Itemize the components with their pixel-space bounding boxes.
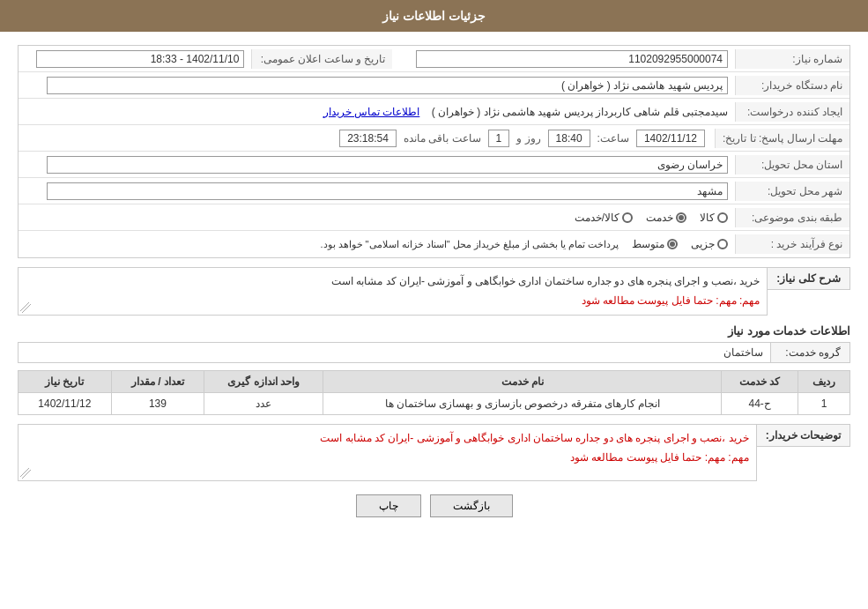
purchase-type-label: نوع فرآیند خرید : [735, 234, 849, 254]
category-option-khedmat[interactable]: خدمت [646, 212, 686, 224]
resize-handle [20, 302, 31, 313]
send-day-label: روز و [516, 132, 540, 145]
purchase-type-radio-group: جزیی متوسط [632, 238, 728, 250]
city-input: مشهد [47, 182, 728, 200]
category-radio-group: کالا خدمت کالا/خدمت [26, 212, 728, 224]
cell-row-1: 1 [798, 393, 850, 415]
radio-kala-dot [717, 212, 728, 223]
province-value: خراسان رضوی [19, 152, 735, 177]
cell-date-1: 1402/11/12 [19, 393, 112, 415]
cell-unit-1: عدد [204, 393, 323, 415]
print-button[interactable]: چاپ [356, 494, 421, 517]
purchase-type-value: جزیی متوسط پرداخت تمام یا بخشی از مبلغ خ… [19, 234, 735, 254]
row-province: استان محل تحویل: خراسان رضوی [19, 152, 849, 178]
need-number-value: 1102092955000074 [392, 47, 735, 71]
radio-khedmat-dot [676, 212, 686, 223]
row-category: طبقه بندی موضوعی: کالا خدمت [19, 204, 849, 231]
buyer-note-line2: مهم: مهم: حتما فایل پیوست مطالعه شود [570, 451, 749, 464]
table-body: 1 ح-44 انجام کارهای متفرقه درخصوص بازساز… [19, 393, 850, 415]
category-option-kala-khedmat[interactable]: کالا/خدمت [575, 212, 633, 224]
row-send-deadline: مهلت ارسال پاسخ: تا تاریخ: 1402/11/12 سا… [19, 125, 849, 152]
cell-name-1: انجام کارهای متفرقه درخصوص بازسازی و بهس… [323, 393, 722, 415]
cell-quantity-1: 139 [111, 393, 204, 415]
col-quantity: تعداد / مقدار [111, 371, 204, 393]
buyer-station-label: نام دستگاه خریدار: [735, 76, 849, 95]
row-creator: ایجاد کننده درخواست: سیدمجتبی قلم شاهی ک… [19, 99, 849, 125]
services-section-header: اطلاعات خدمات مورد نیاز [18, 324, 850, 338]
need-description-section: شرح کلی نیاز: خرید ،نصب و اجرای پنجره ها… [18, 267, 850, 316]
cell-code-1: ح-44 [722, 393, 798, 415]
radio-motavasset-dot [667, 239, 678, 249]
purchase-type-row: جزیی متوسط پرداخت تمام یا بخشی از مبلغ خ… [26, 238, 728, 250]
row-purchase-type: نوع فرآیند خرید : جزیی متوسط [19, 231, 849, 257]
send-deadline-label: مهلت ارسال پاسخ: تا تاریخ: [715, 129, 849, 148]
need-description-box: خرید ،نصب و اجرای پنجره های دو جداره ساخ… [18, 267, 768, 316]
buyer-station-input: پردیس شهید هاشمی نژاد ( خواهران ) [47, 77, 728, 94]
creator-value: سیدمجتبی قلم شاهی کاربرداز پردیس شهید ها… [19, 102, 735, 122]
purchase-option-jozii[interactable]: جزیی [691, 238, 728, 250]
radio-kala-khedmat-dot [622, 212, 633, 223]
page-title: جزئیات اطلاعات نیاز [382, 9, 486, 23]
date-announce-label: تاریخ و ساعت اعلان عمومی: [251, 49, 392, 69]
service-group-row: گروه خدمت: ساختمان [18, 342, 850, 363]
service-group-label: گروه خدمت: [771, 342, 850, 363]
row-city: شهر محل تحویل: مشهد [19, 178, 849, 204]
col-unit: واحد اندازه گیری [204, 371, 323, 393]
category-label: طبقه بندی موضوعی: [735, 208, 849, 227]
send-deadline-values: 1402/11/12 ساعت: 18:40 روز و 1 ساعت باقی… [19, 126, 715, 151]
page-container: جزئیات اطلاعات نیاز شماره نیاز: 11020929… [0, 0, 868, 609]
col-code: کد خدمت [722, 371, 798, 393]
buyer-note-label: توضیحات خریدار: [757, 424, 850, 447]
province-label: استان محل تحویل: [735, 155, 849, 175]
category-option-kala[interactable]: کالا [700, 212, 728, 224]
city-value: مشهد [19, 179, 735, 204]
action-buttons: بازگشت چاپ [18, 494, 850, 517]
purchase-option-motavasset[interactable]: متوسط [632, 238, 678, 250]
radio-jozii-dot [717, 239, 728, 249]
page-header: جزئیات اطلاعات نیاز [0, 0, 868, 32]
buyer-note-resize-handle [20, 468, 31, 479]
contact-link[interactable]: اطلاعات تماس خریدار [323, 106, 420, 118]
table-header-row: ردیف کد خدمت نام خدمت واحد اندازه گیری ت… [19, 371, 850, 393]
services-table-section: ردیف کد خدمت نام خدمت واحد اندازه گیری ت… [18, 370, 850, 415]
need-number-label: شماره نیاز: [735, 49, 849, 69]
purchase-type-note: پرداخت تمام یا بخشی از مبلغ خریداز محل "… [320, 239, 619, 250]
main-form: شماره نیاز: 1102092955000074 تاریخ و ساع… [18, 45, 850, 258]
send-time-label: ساعت: [597, 132, 629, 145]
send-date: 1402/11/12 [636, 130, 705, 147]
col-date: تاریخ نیاز [19, 371, 112, 393]
buyer-note-box: خرید ،نصب و اجرای پنجره های دو جداره ساخ… [18, 424, 757, 481]
category-value: کالا خدمت کالا/خدمت [19, 208, 735, 227]
date-announce-value: 1402/11/10 - 18:33 [19, 47, 251, 71]
send-remaining-value: 23:18:54 [339, 130, 397, 147]
main-content: شماره نیاز: 1102092955000074 تاریخ و ساع… [0, 32, 868, 544]
service-group-value: ساختمان [18, 342, 771, 363]
deadline-fields: 1402/11/12 ساعت: 18:40 روز و 1 ساعت باقی… [26, 130, 708, 147]
table-row: 1 ح-44 انجام کارهای متفرقه درخصوص بازساز… [19, 393, 850, 415]
send-remaining-label: ساعت باقی مانده [404, 132, 481, 145]
row-need-number: شماره نیاز: 1102092955000074 تاریخ و ساع… [19, 46, 849, 72]
need-description-note: مهم: مهم: حتما فایل پیوست مطالعه شود [582, 294, 760, 307]
date-announce-input: 1402/11/10 - 18:33 [36, 50, 244, 68]
back-button[interactable]: بازگشت [430, 494, 513, 517]
need-number-input: 1102092955000074 [416, 50, 728, 68]
send-time: 18:40 [548, 130, 590, 147]
buyer-note-line1: خرید ،نصب و اجرای پنجره های دو جداره ساخ… [320, 432, 748, 444]
send-days: 1 [488, 130, 510, 147]
need-description-text: خرید ،نصب و اجرای پنجره های دو جداره ساخ… [26, 272, 760, 310]
need-description-label: شرح کلی نیاز: [768, 267, 850, 290]
city-label: شهر محل تحویل: [735, 182, 849, 201]
province-input: خراسان رضوی [47, 156, 728, 174]
col-name: نام خدمت [323, 371, 722, 393]
row-buyer-station: نام دستگاه خریدار: پردیس شهید هاشمی نژاد… [19, 72, 849, 99]
services-table: ردیف کد خدمت نام خدمت واحد اندازه گیری ت… [18, 370, 850, 415]
buyer-note-section: توضیحات خریدار: خرید ،نصب و اجرای پنجره … [18, 424, 850, 481]
col-row: ردیف [798, 371, 850, 393]
table-header: ردیف کد خدمت نام خدمت واحد اندازه گیری ت… [19, 371, 850, 393]
buyer-station-value: پردیس شهید هاشمی نژاد ( خواهران ) [19, 73, 735, 98]
creator-label: ایجاد کننده درخواست: [735, 102, 849, 122]
